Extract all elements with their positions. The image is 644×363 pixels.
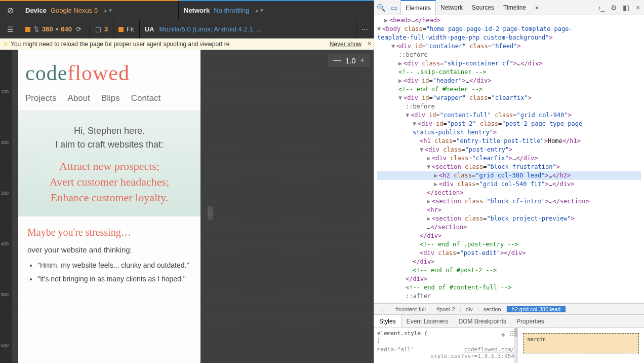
refresh-icon[interactable]: ⟳ [76, 25, 82, 33]
device-value: Google Nexus 5 [51, 7, 98, 14]
emulator-stage: — 1.0 + ⋮⋮ codeflowed Projects About Bli… [12, 50, 374, 363]
warning-icon: ⚠ [3, 41, 9, 48]
zoom-control[interactable]: — 1.0 + [328, 54, 370, 67]
vertical-ruler: 100 200 300 400 500 600 [0, 50, 12, 363]
selected-dom-node[interactable]: ▶<h2 class="grid col-380 lead">…</h2> [377, 171, 641, 180]
warning-bar: ⚠ You might need to reload the page for … [0, 39, 374, 50]
close-icon[interactable]: × [368, 40, 372, 48]
crumb[interactable]: … [374, 306, 390, 312]
dpr-control[interactable]: ▢ 3 [90, 20, 113, 38]
site-nav: Projects About Blips Contact [18, 90, 200, 111]
search-icon[interactable]: 🔍 [374, 4, 387, 12]
dimension-control[interactable]: ⇅ 360 × 640 ⟳ [20, 20, 90, 38]
hero-point: Enhance customer loyalty. [25, 190, 193, 206]
ua-field[interactable]: UA Mozilla/5.0 (Linux; Android 4.2.1; ..… [140, 20, 356, 38]
never-show-link[interactable]: Never show [330, 41, 361, 48]
tab-properties[interactable]: Properties [511, 318, 549, 325]
height-value: 640 [61, 25, 72, 33]
source-line[interactable]: style.css?ver=1.9.5.3:954 [377, 353, 514, 359]
source-link[interactable]: codeflowed.com/ [464, 346, 514, 353]
dpr-value: 3 [104, 25, 108, 33]
ua-value: Mozilla/5.0 (Linux; Android 4.2.1; ... [159, 25, 262, 33]
no-entry-icon[interactable]: ⊘ [0, 1, 20, 20]
tab-dom-breakpoints[interactable]: DOM Breakpoints [453, 318, 511, 325]
styles-pane[interactable]: ✚ ⠿ element.style { } media="all" codefl… [374, 328, 517, 363]
new-rule-icon[interactable]: ✚ [501, 330, 505, 338]
crumb[interactable]: #post-2 [431, 306, 461, 312]
box-model-pane: margin - [517, 328, 644, 363]
network-label: Network [184, 7, 210, 14]
site-logo: codeflowed [18, 50, 200, 90]
tab-overflow[interactable]: » [531, 0, 543, 15]
hero-line: Hi, Stephen here. [25, 124, 193, 138]
nav-link[interactable]: Projects [25, 93, 56, 103]
crumb[interactable]: #content-full [390, 306, 431, 312]
tab-timeline[interactable]: Timeline [499, 0, 531, 15]
zoom-in-icon[interactable]: + [360, 56, 365, 65]
nav-link[interactable]: About [67, 93, 90, 103]
zoom-out-icon[interactable]: — [333, 56, 341, 65]
tab-network[interactable]: Network [436, 0, 467, 15]
chevron-icon: ▲▼ [254, 8, 264, 13]
warning-text: You might need to reload the page for pr… [11, 41, 230, 48]
ruler-tick: 400 [1, 241, 9, 246]
device-mode-icon[interactable]: ▭ [387, 4, 400, 12]
chevron-icon: ▲▼ [103, 8, 113, 13]
emulated-page[interactable]: codeflowed Projects About Blips Contact … [18, 50, 200, 363]
hero: Hi, Stephen here. I aim to craft website… [18, 111, 200, 216]
check-icon [118, 27, 124, 32]
crumb-selected[interactable]: h2.grid.col-380.lead [507, 306, 567, 312]
margin-top-val: - [573, 337, 576, 342]
tab-styles[interactable]: Styles [374, 315, 401, 328]
margin-label: margin [528, 337, 546, 342]
resize-handle[interactable]: ⋮⋮ [208, 206, 213, 220]
fit-label: Fit [127, 25, 134, 33]
section-text: over your website and thinking: [27, 245, 191, 254]
ruler-tick: 600 [1, 343, 9, 348]
toggle-state-icon[interactable]: ⠿ [509, 330, 514, 338]
ruler-tick: 300 [1, 191, 9, 196]
fit-toggle[interactable]: Fit [113, 20, 139, 38]
ruler-tick: 100 [1, 89, 9, 94]
console-icon[interactable]: ›_ [595, 4, 608, 12]
dock-icon[interactable]: ◧ [620, 4, 632, 12]
tab-elements[interactable]: Elements [400, 0, 436, 15]
dom-tree[interactable]: ▶<head>…</head> ▼<body class="home page … [374, 15, 644, 303]
hero-line: I aim to craft websites that: [25, 138, 193, 152]
breadcrumb[interactable]: … #content-full #post-2 div section h2.g… [374, 303, 644, 314]
x-sep: × [55, 25, 59, 33]
crumb[interactable]: div [461, 306, 478, 312]
hero-point: Attract new prospects; [25, 159, 193, 174]
network-value: No throttling [214, 7, 249, 14]
nav-link[interactable]: Contact [131, 93, 161, 103]
tab-sources[interactable]: Sources [467, 0, 499, 15]
ruler-tick: 500 [1, 292, 9, 297]
list-item: "It's not bringing in as many clients as… [37, 274, 191, 284]
dpr-icon: ▢ [95, 25, 101, 33]
style-line: } [377, 337, 514, 343]
network-select[interactable]: Network No throttling ▲▼ [179, 1, 374, 20]
check-icon [25, 27, 30, 32]
device-label: Device [25, 7, 47, 14]
tab-event-listeners[interactable]: Event Listeners [401, 318, 454, 325]
close-icon[interactable]: × [632, 4, 644, 12]
media-query: media="all" [377, 346, 414, 353]
hero-point: Avert customer headaches; [25, 174, 193, 190]
width-value: 360 [42, 25, 53, 33]
style-line: element.style { [377, 330, 514, 337]
ua-label: UA [145, 25, 154, 33]
crumb[interactable]: section [478, 306, 507, 312]
gear-icon[interactable]: ⚙ [608, 4, 620, 12]
zoom-value: 1.0 [345, 56, 356, 65]
section-heading: Maybe you're stressing… [27, 227, 191, 238]
device-select[interactable]: Device Google Nexus 5 ▲▼ [20, 1, 179, 20]
ruler-tick: 200 [1, 140, 9, 145]
drawer-toggle-icon[interactable]: ☰ [0, 20, 20, 38]
list-item: "Hmm, my website feels... clunky and out… [37, 260, 191, 271]
nav-link[interactable]: Blips [101, 93, 120, 103]
devtools-toolbar: 🔍 ▭ Elements Network Sources Timeline » … [374, 0, 644, 15]
styles-tabs: Styles Event Listeners DOM Breakpoints P… [374, 314, 644, 328]
box-model[interactable]: margin - [523, 333, 639, 353]
more-button[interactable]: ⋯ [356, 20, 374, 38]
swap-icon[interactable]: ⇅ [33, 25, 39, 33]
